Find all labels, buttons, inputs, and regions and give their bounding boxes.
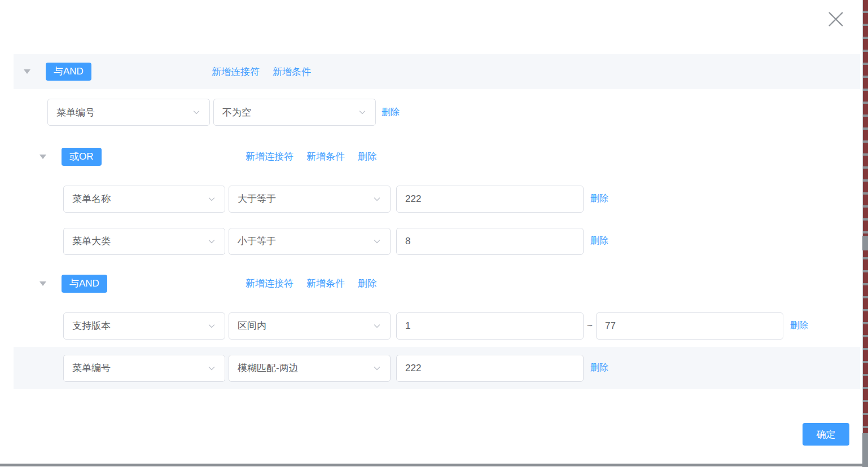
connector-badge-or[interactable]: 或OR [62,148,102,166]
connector-badge-and[interactable]: 与AND [46,63,91,81]
select-value: 模糊匹配-两边 [238,362,299,375]
condition-row-1: 菜单编号 不为空 删除 [14,89,860,135]
select-value: 菜单编号 [56,106,95,119]
group-node-or: 或OR 新增连接符 新增条件 删除 [14,135,860,178]
select-value: 大于等于 [238,192,276,205]
delete-link[interactable]: 删除 [590,235,608,247]
chevron-down-icon [207,195,216,204]
select-value: 支持版本 [72,319,111,332]
group-node-root-and: 与AND 新增连接符 新增条件 [14,54,860,89]
operator-select[interactable]: 小于等于 [229,228,391,255]
operator-select[interactable]: 不为空 [213,99,376,126]
select-value: 小于等于 [238,235,276,248]
operator-select[interactable]: 模糊匹配-两边 [229,355,391,382]
connector-badge-and[interactable]: 与AND [62,275,107,293]
delete-link[interactable]: 删除 [590,193,608,205]
field-select[interactable]: 菜单编号 [47,99,210,126]
add-condition-link[interactable]: 新增条件 [306,277,345,290]
delete-group-link[interactable]: 删除 [358,150,377,163]
delete-link[interactable]: 删除 [590,362,608,374]
add-condition-link[interactable]: 新增条件 [306,150,345,163]
window-bottom-edge [0,464,862,466]
chevron-down-icon [372,321,382,331]
delete-group-link[interactable]: 删除 [358,277,377,290]
chevron-down-icon [358,108,367,117]
expand-caret-icon[interactable] [40,281,46,286]
condition-row-3: 菜单大类 小于等于 删除 [14,220,860,262]
range-separator: ~ [587,320,593,332]
field-select[interactable]: 支持版本 [63,312,225,340]
add-connector-link[interactable]: 新增连接符 [246,277,293,290]
chevron-down-icon [372,237,382,246]
add-connector-link[interactable]: 新增连接符 [246,150,293,163]
select-value: 菜单大类 [72,235,111,248]
chevron-down-icon [372,364,382,373]
expand-caret-icon[interactable] [24,69,30,74]
select-value: 菜单编号 [72,362,111,375]
chevron-down-icon [207,237,216,246]
chevron-down-icon [192,108,201,117]
value-input[interactable] [396,228,584,255]
condition-row-5: 菜单编号 模糊匹配-两边 删除 [14,347,860,389]
group-node-and2: 与AND 新增连接符 新增条件 删除 [14,262,860,305]
add-connector-link[interactable]: 新增连接符 [212,65,260,78]
scrollbar-thumb[interactable] [862,433,868,467]
condition-row-2: 菜单名称 大于等于 删除 [14,178,860,220]
condition-row-4: 支持版本 区间内 ~ 删除 [14,305,860,347]
expand-caret-icon[interactable] [40,155,46,159]
select-value: 菜单名称 [72,192,111,205]
range-to-input[interactable] [596,312,783,340]
delete-link[interactable]: 删除 [790,320,808,332]
chevron-down-icon [207,321,216,331]
confirm-button[interactable]: 确定 [803,423,849,446]
field-select[interactable]: 菜单编号 [63,355,225,382]
page-right-edge [862,0,868,467]
value-input[interactable] [396,355,584,382]
close-button[interactable] [826,10,845,29]
close-icon [826,10,845,29]
chevron-down-icon [207,364,216,373]
operator-select[interactable]: 大于等于 [229,186,391,213]
operator-select[interactable]: 区间内 [229,312,391,340]
select-value: 不为空 [222,106,251,119]
scrollbar-thumb[interactable] [862,236,868,250]
chevron-down-icon [372,195,382,204]
delete-link[interactable]: 删除 [382,107,400,118]
add-condition-link[interactable]: 新增条件 [273,65,311,78]
field-select[interactable]: 菜单大类 [63,228,225,255]
range-from-input[interactable] [396,312,584,340]
condition-tree: 与AND 新增连接符 新增条件 菜单编号 不为空 删除 或OR 新增连接符 新增… [0,54,860,389]
value-input[interactable] [396,186,584,213]
field-select[interactable]: 菜单名称 [63,186,225,213]
select-value: 区间内 [238,319,266,332]
